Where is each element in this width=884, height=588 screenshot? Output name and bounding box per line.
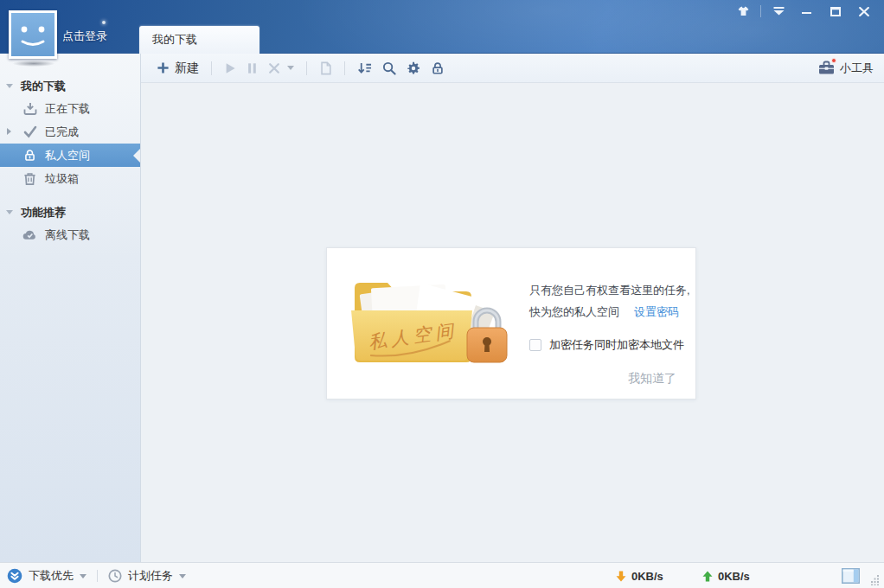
- thunder-window: 点击登录 我的下载 新建: [0, 0, 884, 588]
- priority-icon: [7, 568, 22, 584]
- search-button[interactable]: [377, 57, 401, 80]
- upload-speed-value: 0KB/s: [718, 570, 750, 583]
- delete-x-icon: [268, 62, 280, 74]
- up-arrow-icon: [702, 571, 713, 582]
- avatar-shadow: [12, 61, 55, 67]
- sidebar-item-offline-download[interactable]: 离线下载: [0, 223, 140, 246]
- toolbar-divider: [211, 61, 212, 75]
- pause-button[interactable]: [241, 57, 263, 80]
- tab-label: 我的下载: [152, 32, 197, 48]
- panel-toggle-icon[interactable]: [842, 568, 860, 587]
- private-folder-illustration: 私人空间: [346, 267, 516, 376]
- new-task-button[interactable]: 新建: [151, 57, 204, 80]
- pause-icon: [247, 62, 258, 74]
- encrypt-checkbox-label: 加密任务同时加密本地文件: [549, 337, 684, 353]
- delete-button[interactable]: [263, 57, 299, 80]
- sidebar-item-label: 垃圾箱: [45, 171, 79, 187]
- toolbar-divider: [344, 61, 345, 75]
- expand-triangle-icon[interactable]: [7, 128, 11, 135]
- sort-icon: [357, 61, 372, 75]
- widgets-button[interactable]: 小工具: [818, 61, 874, 76]
- open-file-button[interactable]: [314, 57, 337, 80]
- collapse-triangle-icon: [6, 210, 13, 214]
- sidebar-item-label: 离线下载: [45, 227, 90, 243]
- intro-line-1: 只有您自己有权查看这里的任务,: [529, 279, 690, 301]
- intro-line-2: 快为您的私人空间设置密码: [529, 301, 690, 323]
- download-priority-dropdown[interactable]: 下载优先: [7, 568, 86, 584]
- sidebar-section-recommended[interactable]: 功能推荐: [0, 202, 140, 223]
- sidebar: 我的下载 正在下载 已完成 私人空间 垃圾箱: [0, 54, 141, 562]
- lock-icon: [22, 148, 37, 163]
- scheduled-tasks-dropdown[interactable]: 计划任务: [108, 568, 186, 584]
- close-icon[interactable]: [853, 1, 875, 22]
- encrypt-local-checkbox[interactable]: [529, 339, 541, 351]
- avatar[interactable]: [9, 10, 57, 59]
- sidebar-item-private-space[interactable]: 私人空间: [0, 144, 140, 167]
- sidebar-item-trash[interactable]: 垃圾箱: [0, 167, 140, 190]
- settings-button[interactable]: [401, 57, 426, 80]
- card-text-block: 只有您自己有权查看这里的任务, 快为您的私人空间设置密码 加密任务同时加密本地文…: [529, 279, 690, 353]
- skin-icon[interactable]: [732, 1, 754, 22]
- sidebar-item-label: 正在下载: [45, 101, 90, 117]
- new-task-label: 新建: [175, 61, 199, 76]
- toolbar: 新建: [141, 54, 884, 83]
- sparkle-decoration: [102, 21, 106, 24]
- file-icon: [319, 61, 332, 75]
- got-it-button[interactable]: 我知道了: [628, 371, 676, 387]
- main-content: 私人空间 只有您自己有权查看这里的任务, 快为您的私人空间设置密码: [142, 84, 884, 562]
- encrypt-option-row: 加密任务同时加密本地文件: [529, 337, 690, 353]
- private-space-button[interactable]: [426, 57, 450, 80]
- upload-speed: 0KB/s: [702, 563, 750, 588]
- sidebar-item-completed[interactable]: 已完成: [0, 120, 140, 144]
- plus-icon: [157, 61, 170, 74]
- minimize-icon[interactable]: [796, 1, 818, 22]
- lock-icon: [431, 61, 445, 75]
- clock-icon: [108, 569, 122, 583]
- schedule-label: 计划任务: [128, 568, 173, 584]
- toolbox-icon: [818, 61, 835, 75]
- main-menu-icon[interactable]: [767, 1, 790, 22]
- maximize-icon[interactable]: [824, 1, 847, 22]
- toolbar-divider: [306, 61, 307, 75]
- sidebar-item-label: 已完成: [45, 125, 79, 140]
- tab-my-downloads[interactable]: 我的下载: [139, 26, 259, 54]
- sort-button[interactable]: [352, 57, 377, 80]
- download-speed: 0KB/s: [616, 563, 663, 588]
- trash-icon: [22, 171, 37, 186]
- set-password-link[interactable]: 设置密码: [634, 305, 679, 318]
- downloading-icon: [22, 101, 37, 116]
- completed-check-icon: [22, 125, 37, 139]
- play-icon: [224, 62, 236, 74]
- caret-down-icon: [80, 574, 86, 578]
- priority-label: 下载优先: [29, 568, 74, 584]
- title-bar: [0, 0, 884, 54]
- notification-dot: [831, 58, 836, 63]
- caret-down-icon: [179, 574, 186, 578]
- collapse-triangle-icon: [6, 84, 13, 88]
- gear-icon: [407, 61, 420, 75]
- controls-divider: [760, 5, 761, 17]
- down-arrow-icon: [616, 571, 626, 582]
- offline-cloud-icon: [22, 227, 37, 242]
- window-controls: [732, 0, 875, 22]
- widgets-label: 小工具: [840, 61, 874, 76]
- status-left-group: 下载优先 计划任务: [7, 563, 186, 588]
- resize-grip[interactable]: [869, 573, 880, 588]
- delete-caret-icon: [287, 66, 294, 70]
- sidebar-item-label: 私人空间: [45, 148, 90, 163]
- sidebar-section-my-downloads[interactable]: 我的下载: [0, 76, 140, 97]
- status-bar: 下载优先 计划任务 0KB/s 0KB/s: [0, 562, 884, 588]
- private-space-intro-card: 私人空间 只有您自己有权查看这里的任务, 快为您的私人空间设置密码: [326, 247, 696, 399]
- sidebar-item-downloading[interactable]: 正在下载: [0, 97, 140, 120]
- search-icon: [382, 61, 396, 75]
- resume-button[interactable]: [219, 57, 241, 80]
- status-divider: [97, 570, 98, 582]
- selected-notch: [133, 149, 140, 163]
- section-header-label: 我的下载: [21, 79, 66, 94]
- login-link[interactable]: 点击登录: [62, 29, 107, 44]
- download-speed-value: 0KB/s: [631, 570, 663, 583]
- section-header-label: 功能推荐: [21, 205, 66, 220]
- intro-line-2-text: 快为您的私人空间: [529, 305, 619, 318]
